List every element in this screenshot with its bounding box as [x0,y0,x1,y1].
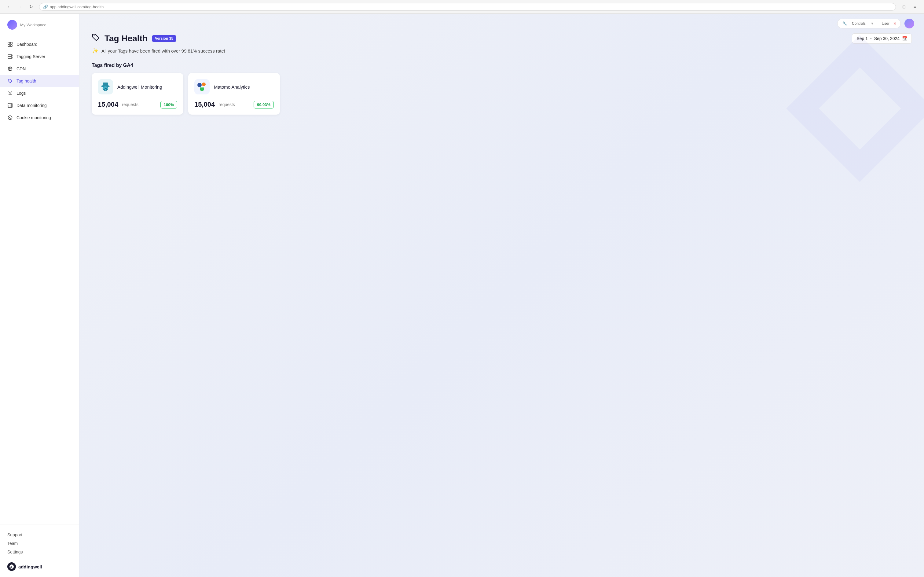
addingwell-requests-count: 15,004 [98,100,118,108]
matomo-requests-label: requests [219,102,235,107]
addingwell-success-rate: 100% [160,101,177,108]
sidebar-item-tag-health-label: Tag health [16,79,36,84]
sidebar-item-logs-label: Logs [16,91,26,96]
date-range-selector[interactable]: Sep 1 - Sep 30, 2024 📅 [852,33,912,44]
tag-icon [7,78,13,84]
sidebar-item-cdn[interactable]: CDN [0,63,79,75]
main-content: 🔧 Controls ▼ User ✕ [79,14,924,577]
matomo-card-footer: 15,004 requests 99.03% [194,100,274,108]
topbar-chevron[interactable]: ▼ [869,21,876,26]
svg-point-32 [197,83,202,87]
matomo-logo [194,79,209,94]
cookie-icon [7,115,13,121]
logs-icon [7,90,13,96]
sidebar-item-tag-health[interactable]: Tag health [0,75,79,87]
topbar-controls: 🔧 Controls ▼ User ✕ [837,19,901,28]
app-container: My Workspace Dashboard [0,14,924,577]
matomo-requests-count: 15,004 [194,100,215,108]
team-link[interactable]: Team [7,539,72,548]
dashboard-icon [7,42,13,47]
sidebar-item-tagging-server-label: Tagging Server [16,54,45,59]
sidebar-item-tagging-server[interactable]: Tagging Server [0,50,79,63]
cards-grid: Addingwell Monitoring 15,004 requests 10… [92,73,912,114]
user-avatar[interactable] [905,19,914,28]
support-link[interactable]: Support [7,530,72,539]
browser-nav-buttons: ← → ↻ [5,2,35,11]
success-star-icon: ✨ [92,47,98,54]
addingwell-card-name: Addingwell Monitoring [118,84,162,90]
sidebar-item-dashboard[interactable]: Dashboard [0,38,79,50]
topbar-user: User [881,21,891,26]
svg-point-18 [9,117,10,118]
sidebar-nav: Dashboard Tagging Server [0,36,79,524]
addingwell-requests-label: requests [122,102,138,107]
matomo-card-name: Matomo Analytics [214,84,250,90]
brand-name-label: addingwell [18,564,42,569]
page-content: Tag Health Version 35 Sep 1 - Sep 30, 20… [79,33,924,127]
success-message: ✨ All your Tags have been fired with ove… [92,47,912,54]
page-title-tag-icon [92,33,100,44]
sidebar-item-dashboard-label: Dashboard [16,42,38,47]
sidebar-item-logs[interactable]: Logs [0,87,79,99]
svg-point-35 [201,86,203,88]
workspace-name: My Workspace [20,23,47,27]
svg-point-20 [10,117,11,118]
svg-point-23 [94,35,95,36]
settings-link[interactable]: Settings [7,548,72,556]
browser-actions: ⊞ ≡ [900,2,919,11]
brand-logo-icon: a [7,562,16,571]
sidebar-header: My Workspace [0,14,79,36]
date-end: Sep 30, 2024 [874,36,900,41]
version-badge: Version 35 [152,35,176,42]
section-title: Tags fired by GA4 [92,63,912,68]
address-text: app.addingwell.com/tag-health [50,5,104,9]
addingwell-card-footer: 15,004 requests 100% [98,100,177,108]
data-monitoring-icon [7,103,13,108]
card-header-matomo: Matomo Analytics [194,79,274,94]
svg-rect-25 [103,82,108,87]
card-header-addingwell: Addingwell Monitoring [98,79,177,94]
svg-point-33 [202,82,206,86]
browser-chrome: ← → ↻ 🔗 app.addingwell.com/tag-health ⊞ … [0,0,924,14]
link-icon: 🔗 [43,5,48,9]
date-start: Sep 1 [856,36,868,41]
date-separator: - [870,36,872,41]
sidebar-brand: a addingwell [7,559,72,571]
addingwell-monitoring-card: Addingwell Monitoring 15,004 requests 10… [92,73,184,114]
sidebar-item-cookie-monitoring-label: Cookie monitoring [16,115,51,120]
svg-point-31 [106,88,107,89]
page-header: Tag Health Version 35 Sep 1 - Sep 30, 20… [92,33,912,44]
globe-icon [7,66,13,71]
topbar-text: Controls [851,21,867,26]
topbar: 🔧 Controls ▼ User ✕ [79,14,924,33]
svg-point-6 [11,55,11,56]
sidebar: My Workspace Dashboard [0,14,79,577]
sidebar-item-cookie-monitoring[interactable]: Cookie monitoring [0,111,79,124]
back-button[interactable]: ← [5,2,13,11]
calendar-icon: 📅 [902,36,907,41]
topbar-label: 🔧 [841,21,848,26]
sidebar-footer: Support Team Settings a addingwell [0,524,79,577]
reload-button[interactable]: ↻ [27,2,35,11]
page-title: Tag Health [105,34,148,44]
svg-point-11 [9,80,10,81]
success-text: All your Tags have been fired with over … [101,48,225,53]
svg-rect-0 [8,42,10,44]
svg-rect-3 [10,45,12,47]
svg-point-19 [10,118,11,119]
topbar-close-button[interactable]: ✕ [893,21,897,26]
sidebar-item-data-monitoring-label: Data monitoring [16,103,47,108]
matomo-success-rate: 99.03% [254,101,274,108]
menu-button[interactable]: ≡ [911,2,919,11]
svg-rect-2 [8,45,10,47]
server-icon [7,54,13,59]
extensions-button[interactable]: ⊞ [900,2,908,11]
addingwell-logo [98,79,113,94]
matomo-analytics-card: Matomo Analytics 15,004 requests 99.03% [188,73,280,114]
forward-button[interactable]: → [16,2,24,11]
workspace-avatar [7,20,17,30]
svg-point-30 [104,88,105,89]
page-title-group: Tag Health Version 35 [92,33,176,44]
sidebar-item-data-monitoring[interactable]: Data monitoring [0,99,79,111]
address-bar[interactable]: 🔗 app.addingwell.com/tag-health [39,3,896,11]
